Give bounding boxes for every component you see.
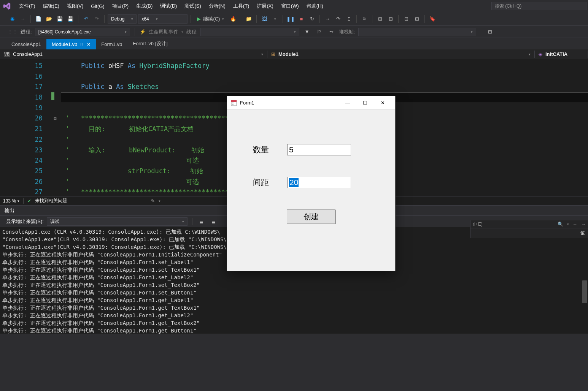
brush-icon[interactable]: ✎: [151, 198, 155, 204]
separator: [30, 15, 31, 23]
separator: [398, 15, 399, 23]
tool-icon[interactable]: ⊟: [386, 14, 395, 24]
menu-debug[interactable]: 调试(D): [156, 1, 181, 11]
step-icon[interactable]: ⤳: [327, 27, 336, 36]
module-icon: ⊞: [271, 51, 275, 57]
create-button[interactable]: 创建: [287, 209, 335, 224]
menu-help[interactable]: 帮助(H): [303, 1, 327, 11]
menu-test[interactable]: 测试(S): [181, 1, 205, 11]
save-all-button[interactable]: 💾: [66, 14, 75, 24]
spacing-input[interactable]: 20: [287, 177, 351, 188]
nav-label: ConsoleApp1: [13, 51, 43, 57]
separator: [481, 28, 481, 36]
redo-button[interactable]: ↷: [92, 14, 101, 24]
tool-icon[interactable]: ⊞: [412, 14, 421, 24]
separator: [241, 15, 241, 23]
platform-combo[interactable]: x64: [138, 14, 188, 24]
tool-icon[interactable]: ⊡: [402, 14, 411, 24]
nav-right-icon[interactable]: →: [581, 222, 586, 227]
output-line: 单步执行: 正在逐过程执行非用户代码 "ConsoleApp1.Form1.ge…: [2, 319, 586, 327]
svg-rect-2: [232, 103, 234, 103]
close-icon[interactable]: ✕: [87, 42, 91, 47]
nav-forward-button[interactable]: →: [18, 14, 27, 24]
screenshot-icon[interactable]: 🖼: [260, 14, 269, 24]
form1-title-text: Form1: [240, 100, 254, 106]
tool-icon[interactable]: ⊞: [375, 14, 385, 24]
open-button[interactable]: 📂: [44, 14, 54, 24]
close-button[interactable]: ✕: [374, 97, 391, 109]
locals-search[interactable]: rl+E) 🔍▾ ← →: [470, 220, 588, 228]
flag-icon[interactable]: ⚐: [315, 27, 324, 36]
form1-titlebar[interactable]: Form1 — ☐ ✕: [227, 96, 395, 110]
thread-combo[interactable]: ▾: [200, 28, 299, 36]
undo-button[interactable]: ↶: [81, 14, 91, 24]
search-placeholder: rl+E): [473, 222, 554, 227]
output-title: 输出: [5, 207, 14, 214]
filter-icon[interactable]: ▼: [302, 27, 311, 36]
output-line: 单步执行: 正在逐过程执行非用户代码 "ConsoleApp1.Form1.se…: [2, 281, 586, 289]
change-marker: [51, 92, 54, 100]
vb-icon: VB: [4, 52, 10, 57]
tab-form1design[interactable]: Form1.vb [设计]: [127, 38, 173, 49]
pin-icon[interactable]: ⊓: [80, 42, 84, 47]
stop-button[interactable]: ■: [297, 14, 306, 24]
step-out-button[interactable]: ↥: [344, 14, 353, 24]
menu-view[interactable]: 视图(V): [63, 1, 87, 11]
tab-consoleapp[interactable]: ConsoleApp1: [6, 39, 46, 49]
step-into-button[interactable]: →: [323, 14, 332, 24]
quantity-input[interactable]: [287, 144, 351, 155]
tool-icon[interactable]: ≣: [197, 217, 206, 226]
stackframe-combo[interactable]: ▾: [358, 28, 476, 36]
menu-edit[interactable]: 编辑(E): [39, 1, 63, 11]
restart-button[interactable]: ↻: [307, 14, 316, 24]
nav-left-icon[interactable]: ←: [573, 222, 577, 227]
menu-window[interactable]: 窗口(W): [277, 1, 303, 11]
step-over-button[interactable]: ↷: [334, 14, 343, 24]
fold-column: ⊟: [49, 59, 61, 196]
menu-project[interactable]: 项目(P): [108, 1, 132, 11]
search-icon[interactable]: 🔍: [558, 222, 563, 227]
form1-window[interactable]: Form1 — ☐ ✕ 数量 间距 20 创建: [227, 96, 396, 271]
minimize-button[interactable]: —: [339, 97, 356, 109]
dropdown-icon[interactable]: ▾: [270, 14, 280, 24]
process-label: 进程:: [21, 28, 32, 35]
nav-project[interactable]: VBConsoleApp1▾: [0, 51, 267, 58]
menu-git[interactable]: Git(G): [87, 2, 108, 11]
tab-module1[interactable]: Module1.vb⊓✕: [46, 39, 96, 49]
lifecycle-label: 生命周期事件: [149, 28, 178, 35]
separator: [256, 15, 257, 23]
tool-icon[interactable]: ≋: [360, 14, 369, 24]
overflow-icon[interactable]: ⊟: [486, 27, 495, 36]
maximize-button[interactable]: ☐: [356, 97, 374, 109]
menu-file[interactable]: 文件(F): [15, 1, 39, 11]
spacing-label: 间距: [246, 177, 276, 188]
save-button[interactable]: 💾: [55, 14, 64, 24]
lifecycle-icon[interactable]: ⚡: [140, 29, 146, 35]
tool-icon[interactable]: ≣: [209, 217, 218, 226]
zoom-control[interactable]: 133 %▾: [3, 198, 19, 204]
tool-icon[interactable]: 🔖: [428, 14, 437, 24]
form-icon: [231, 100, 237, 106]
main-toolbar: ◉ → 📄 📂 💾 💾 ↶ ↷ Debug x64 ▶继续(C)▾ 🔥 📁 🖼 …: [0, 12, 588, 26]
menu-analyze[interactable]: 分析(N): [205, 1, 229, 11]
separator: [356, 15, 357, 23]
config-combo[interactable]: Debug: [108, 14, 137, 24]
nav-back-button[interactable]: ◉: [8, 14, 17, 24]
pause-button[interactable]: ❚❚: [286, 14, 295, 24]
hot-reload-icon[interactable]: 🔥: [229, 14, 238, 24]
fold-toggle[interactable]: ⊟: [49, 113, 61, 124]
output-source-combo[interactable]: 调试▾: [47, 217, 188, 226]
menu-extensions[interactable]: 扩展(X): [253, 1, 277, 11]
browse-icon[interactable]: 📁: [244, 14, 253, 24]
scrollbar-thumb[interactable]: [582, 280, 587, 303]
new-button[interactable]: 📄: [34, 14, 43, 24]
menu-build[interactable]: 生成(B): [132, 1, 156, 11]
nav-method[interactable]: ◈InitCATIA: [535, 51, 588, 58]
continue-button[interactable]: ▶继续(C)▾: [194, 15, 227, 23]
nav-module[interactable]: ⊞Module1▾: [267, 51, 535, 58]
search-input[interactable]: 搜索 (Ctrl+Q): [491, 2, 586, 10]
tab-form1vb[interactable]: Form1.vb: [96, 39, 127, 49]
menu-tools[interactable]: 工具(T): [229, 1, 253, 11]
locals-headers: 值: [470, 228, 588, 238]
process-combo[interactable]: [54860] ConsoleApp1.exe▾: [35, 28, 130, 36]
